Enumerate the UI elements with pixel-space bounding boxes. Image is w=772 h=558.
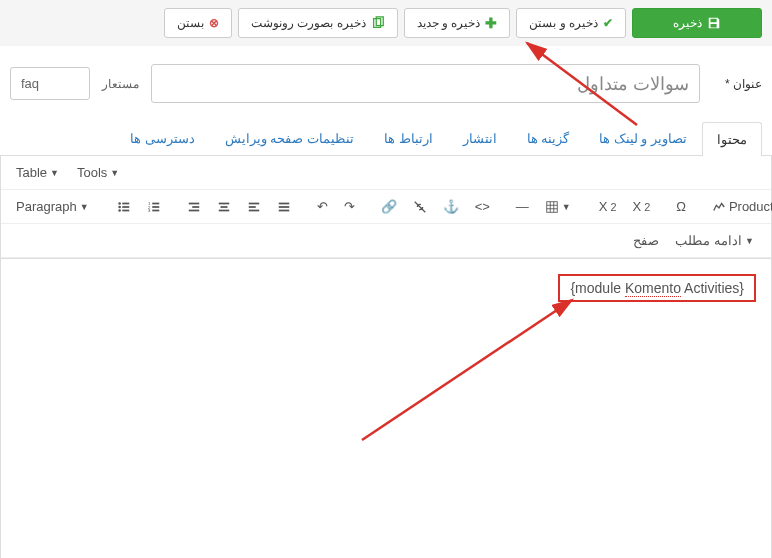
caret-icon: ▼ <box>745 236 754 246</box>
check-icon: ✔ <box>603 16 613 30</box>
svg-rect-7 <box>122 209 129 211</box>
product-button[interactable]: Product <box>705 195 772 218</box>
save-icon <box>707 16 721 31</box>
svg-rect-3 <box>122 202 129 204</box>
caret-icon: ▼ <box>562 202 571 212</box>
svg-rect-23 <box>278 202 289 204</box>
tab-assoc[interactable]: ارتباط ها <box>369 121 448 155</box>
superscript-icon[interactable]: X2 <box>625 195 657 218</box>
bullet-list-icon[interactable] <box>110 196 138 218</box>
alias-label: مستعار <box>102 77 139 91</box>
number-list-icon[interactable]: 123 <box>140 196 168 218</box>
align-right-icon[interactable] <box>180 196 208 218</box>
align-center-icon[interactable] <box>210 196 238 218</box>
link-icon[interactable]: 🔗 <box>374 195 404 218</box>
svg-rect-9 <box>152 202 159 204</box>
close-icon: ⊗ <box>209 16 219 30</box>
tab-publish[interactable]: انتشار <box>448 121 512 155</box>
tab-images[interactable]: تصاویر و لینک ها <box>584 121 702 155</box>
copy-icon <box>371 16 385 31</box>
editor-toolbar: Table▼ Tools▼ Paragraph▼ 123 ↶ ↷ 🔗 ⚓ <> … <box>0 156 772 259</box>
module-tag-text: {module Komento Activities} <box>558 274 756 302</box>
undo-icon[interactable]: ↶ <box>310 195 335 218</box>
save-close-button[interactable]: ✔ ذخیره و بستن <box>516 8 626 38</box>
save-label: ذخیره <box>673 16 702 30</box>
subscript-icon[interactable]: X2 <box>592 195 624 218</box>
save-new-label: ذخیره و جدید <box>417 16 481 30</box>
save-copy-label: ذخیره بصورت رونوشت <box>251 16 366 30</box>
caret-icon: ▼ <box>50 168 59 178</box>
align-justify-icon[interactable] <box>270 196 298 218</box>
omega-icon[interactable]: Ω <box>669 195 693 218</box>
svg-rect-18 <box>220 206 227 208</box>
svg-rect-13 <box>152 209 159 211</box>
plus-icon: ✚ <box>485 15 497 31</box>
svg-text:3: 3 <box>148 208 151 213</box>
svg-rect-25 <box>278 209 289 211</box>
table-icon[interactable]: ▼ <box>538 196 580 218</box>
svg-rect-24 <box>278 206 289 208</box>
tab-perms[interactable]: دسترسی ها <box>115 121 210 155</box>
save-copy-button[interactable]: ذخیره بصورت رونوشت <box>238 8 398 38</box>
svg-rect-22 <box>248 209 259 211</box>
svg-rect-26 <box>547 201 558 212</box>
title-row: عنوان * مستعار <box>0 46 772 113</box>
title-label: عنوان * <box>712 77 762 91</box>
editor-menu-row: Table▼ Tools▼ <box>1 156 771 190</box>
close-label: بستن <box>177 16 204 30</box>
svg-point-4 <box>118 205 121 208</box>
editor-buttons-row: Paragraph▼ 123 ↶ ↷ 🔗 ⚓ <> ― ▼ X2 X2 Ω Pr… <box>1 190 771 224</box>
save-new-button[interactable]: ✚ ذخیره و جدید <box>404 8 511 38</box>
action-toolbar: ذخیره ✔ ذخیره و بستن ✚ ذخیره و جدید ذخیر… <box>0 0 772 46</box>
save-close-label: ذخیره و بستن <box>529 16 598 30</box>
alias-input[interactable] <box>10 67 90 100</box>
svg-rect-17 <box>218 202 229 204</box>
editor-extra-row: ▼ ادامه مطلب صفح <box>1 224 771 258</box>
page-button[interactable]: صفح <box>626 229 666 252</box>
title-input[interactable] <box>151 64 700 103</box>
close-button[interactable]: ⊗ بستن <box>164 8 232 38</box>
caret-icon: ▼ <box>80 202 89 212</box>
svg-rect-16 <box>188 209 199 211</box>
svg-rect-21 <box>248 206 255 208</box>
anchor-icon[interactable]: ⚓ <box>436 195 466 218</box>
save-button[interactable]: ذخیره <box>632 8 762 38</box>
readmore-button[interactable]: ▼ ادامه مطلب <box>668 229 763 252</box>
editor-content-area[interactable]: {module Komento Activities} <box>0 259 772 558</box>
hr-icon[interactable]: ― <box>509 195 536 218</box>
code-icon[interactable]: <> <box>468 195 497 218</box>
menu-tools[interactable]: Tools▼ <box>70 161 128 184</box>
tab-options[interactable]: گزینه ها <box>512 121 585 155</box>
paragraph-select[interactable]: Paragraph▼ <box>9 195 98 218</box>
svg-rect-20 <box>248 202 259 204</box>
svg-rect-15 <box>192 206 199 208</box>
align-left-icon[interactable] <box>240 196 268 218</box>
tab-config[interactable]: تنظیمات صفحه ویرایش <box>210 121 369 155</box>
svg-rect-14 <box>188 202 199 204</box>
svg-rect-5 <box>122 206 129 208</box>
redo-icon[interactable]: ↷ <box>337 195 362 218</box>
tab-content[interactable]: محتوا <box>702 122 762 156</box>
svg-rect-11 <box>152 206 159 208</box>
svg-point-2 <box>118 202 121 205</box>
unlink-icon[interactable] <box>406 196 434 218</box>
svg-rect-19 <box>218 209 229 211</box>
tabs-bar: محتوا تصاویر و لینک ها گزینه ها انتشار ا… <box>0 121 772 156</box>
svg-point-6 <box>118 209 121 212</box>
caret-icon: ▼ <box>110 168 119 178</box>
menu-table[interactable]: Table▼ <box>9 161 68 184</box>
